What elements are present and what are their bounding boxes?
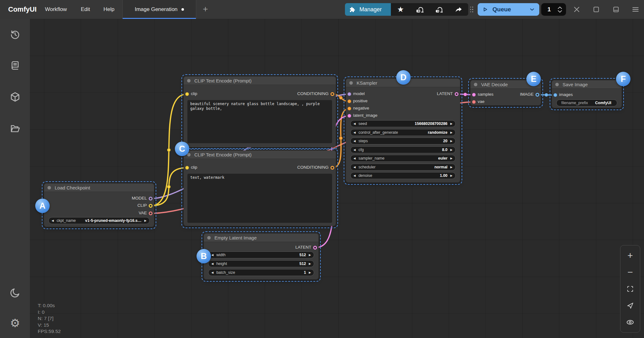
input-port-vae[interactable] <box>472 100 476 104</box>
increment-arrow-icon[interactable]: ▶ <box>309 262 311 265</box>
widget-steps[interactable]: ◀steps20▶ <box>350 138 456 144</box>
decrement-arrow-icon[interactable]: ◀ <box>353 166 356 169</box>
share-button[interactable] <box>454 5 463 14</box>
collapse-dot[interactable] <box>349 81 353 85</box>
increment-arrow-icon[interactable]: ▶ <box>450 166 452 169</box>
widget-denoise[interactable]: ◀denoise1.00▶ <box>350 172 456 179</box>
toggle-bottom-panel-button[interactable] <box>612 5 620 14</box>
workflow-tab[interactable]: Image Generation <box>122 0 196 19</box>
zoom-in-button[interactable]: + <box>625 250 636 261</box>
widget-width[interactable]: ◀width512▶ <box>208 251 314 258</box>
prompt-textarea[interactable]: beautiful scenery nature glass bottle la… <box>187 100 332 143</box>
collapse-dot[interactable] <box>207 236 211 239</box>
clean-all-button[interactable] <box>435 5 444 14</box>
input-port-clip[interactable] <box>185 92 189 96</box>
fit-view-button[interactable] <box>625 284 636 294</box>
toolbar-drag-handle[interactable] <box>469 6 474 13</box>
input-port-latent_image[interactable] <box>347 114 351 118</box>
node-header[interactable]: CLIP Text Encode (Prompt) <box>184 150 336 159</box>
widget-ckpt_name[interactable]: ◀ckpt_namev1-5-pruned-emaonly-fp16.s…▶ <box>48 217 150 224</box>
main-menu-button[interactable] <box>631 5 640 14</box>
favorites-button[interactable]: ★ <box>396 5 405 14</box>
decrement-arrow-icon[interactable]: ◀ <box>211 262 214 265</box>
menu-workflow[interactable]: Workflow <box>45 0 67 19</box>
decrement-arrow-icon[interactable]: ◀ <box>353 148 356 151</box>
chevron-down-icon[interactable] <box>529 6 535 13</box>
input-port-negative[interactable] <box>347 107 351 110</box>
decrement-arrow-icon[interactable]: ◀ <box>353 157 356 160</box>
sidebar-item-model-library[interactable] <box>9 91 21 103</box>
increment-arrow-icon[interactable]: ▶ <box>309 253 311 256</box>
output-port-MODEL[interactable] <box>149 197 153 200</box>
node-save-image[interactable]: Save Imageimagesfilename_prefixComfyUI <box>552 80 622 108</box>
step-up-icon[interactable] <box>558 6 562 9</box>
link-midpoint-dot[interactable] <box>339 137 343 140</box>
decrement-arrow-icon[interactable]: ◀ <box>211 271 214 274</box>
link-midpoint-dot[interactable] <box>339 96 343 99</box>
node-header[interactable]: Empty Latent Image <box>204 234 319 242</box>
input-port-samples[interactable] <box>472 93 476 97</box>
widget-sampler_name[interactable]: ◀sampler_nameeuler▶ <box>350 155 456 162</box>
decrement-arrow-icon[interactable]: ◀ <box>52 219 54 222</box>
increment-arrow-icon[interactable]: ▶ <box>450 131 452 134</box>
input-port-clip[interactable] <box>185 166 189 170</box>
link-midpoint-dot[interactable] <box>464 93 467 96</box>
output-port-CLIP[interactable] <box>149 204 153 208</box>
node-header[interactable]: CLIP Text Encode (Prompt) <box>184 76 336 85</box>
input-port-positive[interactable] <box>347 99 351 103</box>
batch-count-stepper[interactable]: 1 <box>541 3 566 16</box>
output-port-VAE[interactable] <box>149 211 153 215</box>
node-ksampler[interactable]: KSamplermodelpositivenegativelatent_imag… <box>346 79 460 183</box>
collapse-dot[interactable] <box>47 186 51 189</box>
increment-arrow-icon[interactable]: ▶ <box>309 271 311 274</box>
node-load-checkpoint[interactable]: Load CheckpointMODELCLIPVAE◀ckpt_namev1-… <box>44 183 154 227</box>
input-port-images[interactable] <box>553 93 557 97</box>
widget-scheduler[interactable]: ◀schedulernormal▶ <box>350 164 456 171</box>
link-midpoint-dot[interactable] <box>167 148 171 152</box>
node-empty-latent-image[interactable]: Empty Latent ImageLATENT◀width512▶◀heigh… <box>204 234 319 279</box>
decrement-arrow-icon[interactable]: ◀ <box>353 131 356 134</box>
output-port-LATENT[interactable] <box>455 92 458 96</box>
increment-arrow-icon[interactable]: ▶ <box>144 219 147 222</box>
menu-help[interactable]: Help <box>103 0 114 19</box>
zoom-out-button[interactable]: − <box>625 267 636 278</box>
widget-batch_size[interactable]: ◀batch_size1▶ <box>208 269 314 276</box>
prompt-textarea[interactable]: text, watermark <box>187 174 332 223</box>
maximize-button[interactable] <box>592 5 600 14</box>
decrement-arrow-icon[interactable]: ◀ <box>353 122 356 125</box>
node-header[interactable]: Save Image <box>552 80 622 89</box>
menu-edit[interactable]: Edit <box>81 0 90 19</box>
decrement-arrow-icon[interactable]: ◀ <box>353 139 356 143</box>
node-header[interactable]: Load Checkpoint <box>44 183 154 192</box>
widget-cfg[interactable]: ◀cfg8.0▶ <box>350 146 456 153</box>
increment-arrow-icon[interactable]: ▶ <box>450 157 452 160</box>
output-port-LATENT[interactable] <box>313 246 317 250</box>
manager-button[interactable]: Manager <box>345 3 391 16</box>
select-mode-button[interactable] <box>625 300 636 311</box>
node-clip-text-encode-negative[interactable]: CLIP Text Encode (Prompt)clipCONDITIONIN… <box>184 150 336 226</box>
decrement-arrow-icon[interactable]: ◀ <box>211 253 214 256</box>
settings-button[interactable]: ⚙ <box>9 317 21 329</box>
sidebar-item-node-library[interactable] <box>9 59 21 71</box>
queue-button[interactable]: Queue <box>478 3 539 16</box>
new-workflow-tab-button[interactable]: + <box>203 0 208 19</box>
interrupt-button[interactable] <box>573 5 581 14</box>
increment-arrow-icon[interactable]: ▶ <box>450 174 452 177</box>
output-port-IMAGE[interactable] <box>536 93 539 97</box>
clean-workflow-button[interactable] <box>415 5 425 14</box>
node-clip-text-encode-positive[interactable]: CLIP Text Encode (Prompt)clipCONDITIONIN… <box>184 76 336 147</box>
link-midpoint-dot[interactable] <box>167 185 171 189</box>
collapse-dot[interactable] <box>555 83 559 86</box>
sidebar-item-queue-history[interactable] <box>9 29 21 41</box>
step-down-icon[interactable] <box>558 10 562 13</box>
sidebar-item-workflows[interactable] <box>9 122 21 134</box>
widget-seed[interactable]: ◀seed156680208700286▶ <box>350 120 456 127</box>
increment-arrow-icon[interactable]: ▶ <box>450 122 452 125</box>
link-midpoint-dot[interactable] <box>545 93 548 97</box>
decrement-arrow-icon[interactable]: ◀ <box>353 174 356 177</box>
output-port-CONDITIONING[interactable] <box>330 166 334 170</box>
input-port-model[interactable] <box>347 92 351 96</box>
widget-control_after_generate[interactable]: ◀control_after_generaterandomize▶ <box>350 129 456 136</box>
output-port-CONDITIONING[interactable] <box>330 92 334 96</box>
increment-arrow-icon[interactable]: ▶ <box>450 139 452 143</box>
